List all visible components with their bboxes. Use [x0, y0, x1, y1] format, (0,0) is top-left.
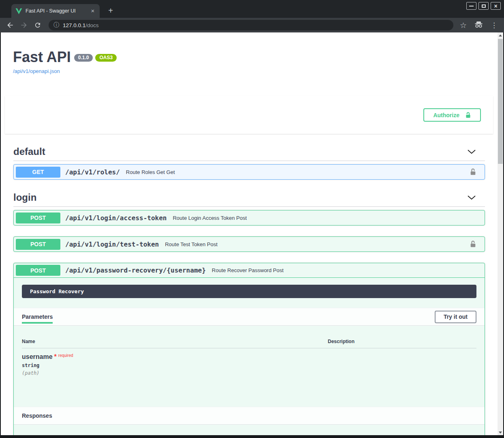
browser-tab[interactable]: Fast API - Swagger UI ×	[11, 4, 100, 18]
url-path: /docs	[85, 22, 98, 28]
opblock-get-roles: GET /api/v1/roles/ Route Roles Get Get	[13, 164, 485, 180]
opblock-post-password-recovery: POST /api/v1/password-recovery/{username…	[13, 263, 485, 435]
opblock-post-access-token: POST /api/v1/login/access-token Route Lo…	[13, 210, 485, 225]
scheme-container: Authorize	[5, 96, 493, 134]
back-button[interactable]	[6, 21, 15, 30]
minimize-icon	[469, 6, 474, 6]
page-scrollbar[interactable]	[498, 32, 503, 435]
scrollbar-down-icon[interactable]	[498, 429, 503, 435]
page-title: Fast API	[13, 49, 71, 65]
try-it-out-button[interactable]: Try it out	[435, 311, 476, 323]
parameter-name: username	[22, 353, 53, 360]
unlock-icon	[465, 112, 471, 119]
method-badge: POST	[16, 213, 60, 223]
window-titlebar: Fast API - Swagger UI × + ×	[0, 0, 504, 18]
url-host: 127.0.0.1	[63, 22, 85, 28]
scrollbar-up-icon[interactable]	[498, 32, 503, 38]
operation-path: /api/v1/login/test-token	[65, 240, 159, 248]
lock-icon[interactable]	[470, 168, 476, 176]
bookmark-star-icon[interactable]: ☆	[460, 21, 467, 30]
operation-summary[interactable]: POST /api/v1/password-recovery/{username…	[14, 263, 485, 278]
chevron-down-icon[interactable]	[467, 149, 476, 154]
operation-body: Password Recovery Parameters Try it out …	[14, 285, 485, 435]
operation-summary[interactable]: POST /api/v1/login/test-token Route Test…	[14, 237, 485, 251]
browser-toolbar: ⓘ 127.0.0.1/docs ☆ ⋮	[0, 18, 504, 32]
browser-window: Fast API - Swagger UI × + × ⓘ 127.0.0.1/…	[0, 0, 504, 438]
required-star: *	[54, 353, 57, 360]
site-info-icon[interactable]: ⓘ	[53, 21, 59, 29]
method-badge: GET	[16, 167, 60, 178]
tab-parameters: Parameters	[22, 313, 53, 320]
reload-button[interactable]	[33, 21, 42, 30]
operation-path: /api/v1/login/access-token	[65, 214, 167, 222]
address-bar[interactable]: ⓘ 127.0.0.1/docs	[49, 20, 453, 30]
new-tab-button[interactable]: +	[105, 6, 116, 16]
oas3-badge: OAS3	[95, 54, 117, 62]
operation-summary-text: Route Test Token Post	[165, 241, 470, 247]
parameter-location: (path)	[22, 370, 328, 376]
required-label: required	[58, 353, 73, 358]
window-controls: ×	[466, 2, 501, 10]
column-header-description: Description	[328, 339, 476, 344]
parameters-table: Name Description username*required strin…	[14, 326, 485, 407]
forward-button[interactable]	[19, 21, 28, 30]
opblock-post-test-token: POST /api/v1/login/test-token Route Test…	[13, 236, 485, 252]
parameter-type: string	[22, 363, 328, 368]
section-title: default	[13, 146, 45, 157]
browser-menu-icon[interactable]: ⋮	[491, 21, 498, 30]
authorize-button[interactable]: Authorize	[423, 108, 481, 122]
page-viewport: Fast API0.1.0OAS3 /api/v1/openapi.json A…	[1, 32, 503, 435]
section-title: login	[13, 192, 36, 203]
authorize-label: Authorize	[433, 112, 459, 118]
operation-path: /api/v1/roles/	[65, 168, 120, 176]
responses-section-header: Responses	[14, 407, 485, 425]
chevron-down-icon[interactable]	[467, 195, 476, 200]
window-close-button[interactable]: ×	[491, 2, 501, 10]
window-minimize-button[interactable]	[466, 2, 476, 10]
scrollbar-thumb[interactable]	[498, 39, 503, 164]
swagger-ui: Fast API0.1.0OAS3 /api/v1/openapi.json A…	[1, 32, 498, 435]
tab-title: Fast API - Swagger UI	[26, 8, 89, 14]
operation-summary[interactable]: POST /api/v1/login/access-token Route Lo…	[14, 210, 485, 225]
incognito-icon	[474, 21, 483, 30]
column-header-name: Name	[22, 339, 328, 344]
section-header-login[interactable]: login	[13, 185, 485, 207]
api-info: Fast API0.1.0OAS3 /api/v1/openapi.json	[1, 32, 498, 74]
openapi-spec-link[interactable]: /api/v1/openapi.json	[13, 68, 489, 74]
method-badge: POST	[16, 265, 60, 276]
fastapi-favicon-icon	[15, 8, 22, 15]
parameter-row: username*required string (path)	[22, 348, 476, 381]
parameters-table-head: Name Description	[22, 326, 476, 348]
responses-table-head: Code Description Links	[14, 425, 485, 435]
operation-description: Password Recovery	[22, 285, 476, 298]
operations-wrapper: default GET /api/v1/roles/ Route Roles G…	[13, 140, 485, 435]
window-maximize-button[interactable]	[478, 2, 489, 10]
operation-summary-text: Route Roles Get Get	[126, 169, 470, 175]
operation-path: /api/v1/password-recovery/{username}	[65, 266, 206, 274]
operation-summary-text: Route Recover Password Post	[212, 267, 483, 273]
operation-summary[interactable]: GET /api/v1/roles/ Route Roles Get Get	[14, 165, 485, 179]
close-icon: ×	[494, 3, 497, 9]
method-badge: POST	[16, 239, 60, 250]
lock-icon[interactable]	[470, 240, 476, 248]
parameter-description-cell	[328, 353, 476, 376]
version-badge: 0.1.0	[74, 54, 93, 62]
section-header-default[interactable]: default	[13, 140, 485, 161]
parameter-cell: username*required string (path)	[22, 353, 328, 376]
maximize-icon	[482, 4, 486, 8]
operation-summary-text: Route Login Access Token Post	[173, 215, 483, 221]
parameters-section-header: Parameters Try it out	[14, 308, 485, 326]
tab-close-icon[interactable]: ×	[89, 7, 96, 15]
responses-title: Responses	[22, 412, 52, 419]
